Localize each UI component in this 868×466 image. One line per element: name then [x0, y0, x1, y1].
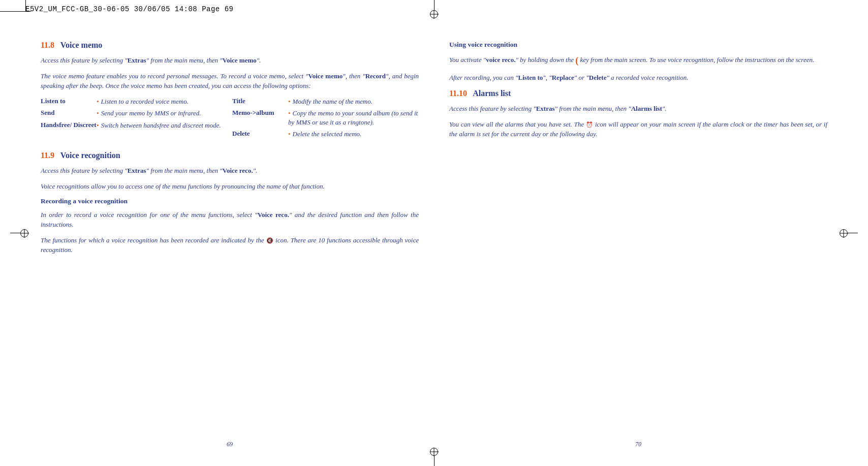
s119-p4: The functions for which a voice recognit… [41, 236, 419, 255]
speaker-icon: 🔇 [266, 237, 274, 243]
page-right: Using voice recognition You activate "vo… [449, 41, 827, 436]
opt-album: Memo->album•Copy the memo to your sound … [232, 109, 419, 127]
opt-col-right: Title•Modify the name of the memo. Memo-… [232, 97, 419, 142]
section-11-10-title: 11.10 Alarms list [449, 89, 827, 98]
right-p2: After recording, you can "Listen to", "R… [449, 73, 827, 83]
page-number-left: 69 [227, 441, 233, 448]
crop-mark-top [430, 0, 438, 18]
crop-mark-right [840, 229, 858, 237]
s118-options: Listen to•Listen to a recorded voice mem… [41, 97, 419, 142]
crop-mark-left [10, 229, 28, 237]
right-p1: You activate "voice reco." by holding do… [449, 54, 827, 67]
section-num: 11.10 [449, 89, 467, 98]
page-spread: 11.8 Voice memo Access this feature by s… [41, 41, 827, 436]
s1110-p2: You can view all the alarms that you hav… [449, 120, 827, 139]
alarm-icon: ⏰ [586, 121, 593, 128]
section-num: 11.9 [41, 151, 54, 160]
section-11-9-title: 11.9 Voice recognition [41, 151, 419, 160]
section-name: Voice recognition [60, 151, 120, 160]
section-num: 11.8 [41, 41, 54, 49]
s118-p2: The voice memo feature enables you to re… [41, 72, 419, 91]
opt-delete: Delete•Delete the selected memo. [232, 130, 419, 139]
s119-sub1: Recording a voice recognition [41, 197, 419, 205]
s119-p3: In order to record a voice recognition f… [41, 210, 419, 230]
crop-mark-bottom [430, 448, 438, 466]
s118-p1: Access this feature by selecting "Extras… [41, 56, 419, 66]
page-left: 11.8 Voice memo Access this feature by s… [41, 41, 419, 436]
right-sub1: Using voice recognition [449, 41, 827, 49]
opt-handsfree: Handsfree/ Discreet•Switch between hands… [41, 121, 227, 130]
print-header: E5V2_UM_FCC-GB_30-06-05 30/06/05 14:08 P… [25, 5, 233, 13]
s119-p1: Access this feature by selecting "Extras… [41, 166, 419, 176]
s119-p2: Voice recognitions allow you to access o… [41, 182, 419, 192]
section-name: Alarms list [473, 89, 511, 98]
section-name: Voice memo [60, 41, 103, 49]
opt-title: Title•Modify the name of the memo. [232, 97, 419, 106]
opt-col-left: Listen to•Listen to a recorded voice mem… [41, 97, 227, 142]
opt-send: Send•Send your memo by MMS or infrared. [41, 109, 227, 118]
page-number-right: 70 [635, 441, 641, 448]
opt-listen: Listen to•Listen to a recorded voice mem… [41, 97, 227, 106]
s1110-p1: Access this feature by selecting "Extras… [449, 104, 827, 114]
section-11-8-title: 11.8 Voice memo [41, 41, 419, 50]
